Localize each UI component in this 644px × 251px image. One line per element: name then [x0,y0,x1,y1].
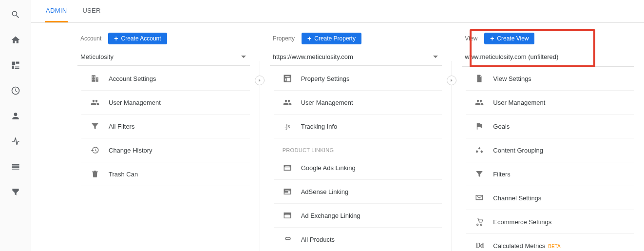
menu-item-label: Calculated MetricsBETA [493,242,560,250]
menu-item-label: User Management [493,99,545,106]
property-column: Property + Create Property https://www.m… [260,33,452,251]
filter-icon [90,121,100,131]
building-icon [90,74,100,83]
menu-tracking-info[interactable]: .js Tracking Info [274,115,442,138]
audience-icon[interactable] [10,110,21,122]
customization-icon[interactable] [10,59,21,71]
users-icon [90,97,100,107]
search-icon[interactable] [10,9,21,20]
property-picker-value: https://www.meticulosity.com [273,53,353,60]
menu-adsense-linking[interactable]: AdSense Linking [274,180,442,204]
view-picker[interactable]: www.meticulosity.com (unfiltered) [462,50,634,65]
channel-icon [474,193,484,203]
group-icon [474,145,484,155]
menu-all-products[interactable]: All Products [274,228,442,251]
account-column: Account + Create Account Meticulosity Ac… [31,33,260,251]
menu-item-label: User Management [301,99,353,106]
menu-change-history[interactable]: Change History [81,138,250,162]
filter-icon [474,169,484,179]
menu-item-label: Ecommerce Settings [493,218,551,226]
menu-calculated-metrics[interactable]: Dd Calculated MetricsBETA [466,234,634,251]
menu-item-label: AdSense Linking [301,188,349,195]
tab-user[interactable]: USER [81,0,101,22]
account-label: Account [80,35,101,42]
card-icon [283,187,292,196]
plus-icon: + [307,35,311,42]
create-account-label: Create Account [121,35,161,42]
history-icon [90,145,100,155]
plus-icon: + [114,35,118,42]
realtime-icon[interactable] [10,85,21,97]
menu-goals[interactable]: Goals [466,115,634,138]
menu-item-label: Filters [493,171,510,178]
caret-down-icon [241,56,246,58]
plus-icon: + [490,35,494,42]
create-account-button[interactable]: + Create Account [108,33,167,44]
users-icon [474,97,484,107]
menu-item-label: User Management [109,99,161,106]
menu-ecommerce-settings[interactable]: Ecommerce Settings [466,210,634,234]
section-product-linking: PRODUCT LINKING [274,138,442,156]
create-property-button[interactable]: + Create Property [302,33,361,44]
layout-icon [283,74,292,83]
menu-item-label: Tracking Info [301,123,338,130]
property-picker[interactable]: https://www.meticulosity.com [270,50,442,66]
view-picker-value: www.meticulosity.com (unfiltered) [465,53,558,60]
menu-item-label: Account Settings [109,75,156,82]
acquisition-icon[interactable] [10,135,21,147]
users-icon [283,97,292,107]
menu-account-settings[interactable]: Account Settings [81,67,250,91]
menu-property-users[interactable]: User Management [274,91,442,115]
menu-channel-settings[interactable]: Channel Settings [466,186,634,210]
menu-filters[interactable]: Filters [466,162,634,186]
conversions-icon[interactable] [10,186,21,198]
menu-view-settings[interactable]: View Settings [466,67,634,91]
menu-item-label: Ad Exchange Linking [301,212,360,219]
caret-down-icon [433,56,438,58]
menu-item-label: Property Settings [301,75,350,82]
tab-admin[interactable]: ADMIN [45,0,68,22]
create-view-button[interactable]: + Create View [484,33,534,44]
trash-icon [90,169,100,179]
menu-item-label: Change History [109,147,152,154]
flag-icon [474,121,484,131]
menu-content-grouping[interactable]: Content Grouping [466,138,634,162]
menu-property-settings[interactable]: Property Settings [274,67,442,91]
behavior-icon[interactable] [10,161,21,173]
link-icon [283,234,292,244]
view-column: View + Create View www.meticulosity.com … [452,33,644,251]
cart-icon [474,217,484,227]
menu-all-filters[interactable]: All Filters [81,115,250,138]
property-label: Property [273,35,295,42]
card-icon [283,211,292,220]
menu-item-label: Channel Settings [493,194,541,202]
account-picker[interactable]: Meticulosity [77,50,250,66]
menu-view-users[interactable]: User Management [466,91,634,115]
beta-badge: BETA [548,244,560,249]
menu-item-label: All Products [301,236,335,243]
menu-item-label: Goals [493,123,510,130]
view-label: View [465,35,477,42]
menu-account-users[interactable]: User Management [81,91,250,115]
menu-trash-can[interactable]: Trash Can [81,162,250,186]
menu-item-label: All Filters [109,123,134,130]
card-icon [283,163,292,173]
admin-tabs: ADMIN USER [31,0,644,23]
menu-google-ads-linking[interactable]: Google Ads Linking [274,156,442,180]
account-picker-value: Meticulosity [80,53,114,60]
left-nav-rail [0,0,31,251]
dd-icon: Dd [474,241,484,251]
js-icon: .js [283,121,292,131]
create-property-label: Create Property [314,35,356,42]
menu-item-label: View Settings [493,75,531,82]
home-icon[interactable] [10,34,21,46]
menu-ad-exchange-linking[interactable]: Ad Exchange Linking [274,204,442,228]
file-icon [474,74,484,83]
menu-item-label: Trash Can [109,171,138,178]
create-view-label: Create View [497,35,529,42]
menu-item-label: Content Grouping [493,147,543,154]
menu-item-label: Google Ads Linking [301,164,356,172]
